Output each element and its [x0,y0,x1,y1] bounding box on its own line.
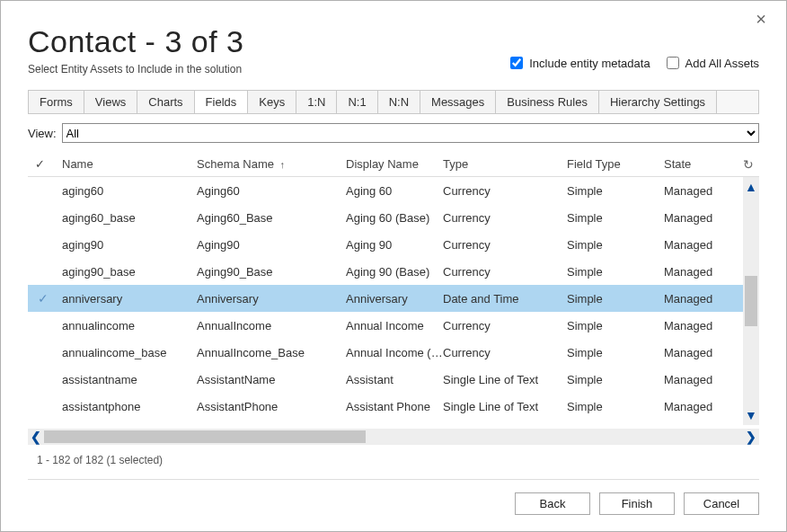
col-header-schema-text: Schema Name [197,157,274,171]
cell-schema: AnnualIncome_Base [197,346,346,359]
tab-business-rules[interactable]: Business Rules [496,91,599,113]
cell-schema: Aging60_Base [197,211,346,225]
cell-state: Managed [664,319,743,332]
page-title: Contact - 3 of 3 [28,24,243,59]
tab-views[interactable]: Views [84,91,137,113]
refresh-icon[interactable]: ↻ [743,157,754,172]
cell-type: Currency [443,319,567,332]
cell-state: Managed [664,265,743,279]
cell-state: Managed [664,373,743,386]
cell-name: aging90 [58,238,197,252]
include-metadata-checkbox[interactable] [510,57,523,69]
cell-type: Single Line of Text [443,373,567,386]
col-header-name[interactable]: Name [58,157,197,171]
cell-state: Managed [664,346,743,359]
table-row[interactable]: assistantnameAssistantNameAssistantSingl… [28,366,743,393]
hscroll-track[interactable] [44,430,743,443]
cell-state: Managed [664,238,743,252]
back-button[interactable]: Back [515,492,590,515]
add-all-assets-checkbox[interactable] [667,57,679,69]
table-row[interactable]: annualincome_baseAnnualIncome_BaseAnnual… [28,339,743,366]
scroll-up-icon[interactable]: ▲ [745,181,757,193]
status-text: 1 - 182 of 182 (1 selected) [28,454,759,466]
cell-display: Assistant [346,373,443,386]
cell-type: Single Line of Text [443,400,567,413]
cell-type: Currency [443,238,567,252]
cell-display: Annual Income (… [346,346,443,359]
horizontal-scrollbar[interactable]: ❮ ❯ [28,429,759,445]
table-row[interactable]: annualincomeAnnualIncomeAnnual IncomeCur… [28,312,743,339]
cell-ftype: Simple [567,346,664,359]
cell-ftype: Simple [567,400,664,413]
cell-type: Date and Time [443,292,567,306]
col-header-ftype[interactable]: Field Type [567,157,664,171]
cell-schema: Aging90 [197,238,346,252]
cell-schema: Anniversary [197,292,346,306]
cell-display: Aging 90 (Base) [346,265,443,279]
cell-schema: AssistantPhone [197,400,346,413]
header-left: Contact - 3 of 3 Select Entity Assets to… [28,8,243,75]
scroll-left-icon[interactable]: ❮ [28,430,44,444]
add-all-assets-check[interactable]: Add All Assets [663,54,759,72]
cell-state: Managed [664,211,743,225]
close-icon[interactable]: × [756,10,766,28]
table-row[interactable]: aging90_baseAging90_BaseAging 90 (Base)C… [28,258,743,285]
cell-type: Currency [443,346,567,359]
header-checks: Include entity metadata Add All Assets [507,54,759,75]
table-row[interactable]: aging60_baseAging60_BaseAging 60 (Base)C… [28,204,743,231]
table-row[interactable]: aging60Aging60Aging 60CurrencySimpleMana… [28,177,743,204]
cell-display: Assistant Phone [346,400,443,413]
hscroll-thumb[interactable] [44,430,366,443]
tab-fields[interactable]: Fields [195,91,249,113]
cell-ftype: Simple [567,184,664,198]
select-all-check[interactable]: ✓ [28,157,58,171]
footer-buttons: Back Finish Cancel [28,492,759,515]
cell-name: aging60 [58,184,197,198]
tab-n-n[interactable]: N:N [378,91,420,113]
cell-ftype: Simple [567,238,664,252]
cell-type: Currency [443,265,567,279]
include-metadata-check[interactable]: Include entity metadata [507,54,650,72]
table-row[interactable]: aging90Aging90Aging 90CurrencySimpleMana… [28,231,743,258]
cell-name: assistantname [58,373,197,386]
scroll-down-icon[interactable]: ▼ [745,409,757,421]
tab-charts[interactable]: Charts [137,91,194,113]
row-check-icon[interactable]: ✓ [28,291,58,306]
tab-messages[interactable]: Messages [420,91,496,113]
cell-name: aging90_base [58,265,197,279]
scroll-right-icon[interactable]: ❯ [743,430,759,444]
include-metadata-label: Include entity metadata [529,57,650,70]
cell-ftype: Simple [567,265,664,279]
cell-schema: AssistantName [197,373,346,386]
view-row: View: All [28,123,759,143]
col-header-display[interactable]: Display Name [346,157,443,171]
cell-name: aging60_base [58,211,197,225]
cell-ftype: Simple [567,319,664,332]
cell-display: Anniversary [346,292,443,306]
tab-forms[interactable]: Forms [29,91,84,113]
cancel-button[interactable]: Cancel [684,492,759,515]
tab-keys[interactable]: Keys [248,91,296,113]
tab-hierarchy-settings[interactable]: Hierarchy Settings [599,91,717,113]
finish-button[interactable]: Finish [599,492,675,515]
cell-state: Managed [664,184,743,198]
col-header-schema[interactable]: Schema Name ↑ [197,157,346,171]
table-row[interactable]: assistantphoneAssistantPhoneAssistant Ph… [28,393,743,420]
add-all-assets-label: Add All Assets [685,57,759,70]
view-select[interactable]: All [62,123,759,143]
cell-state: Managed [664,292,743,306]
grid-header: ✓ Name Schema Name ↑ Display Name Type F… [28,154,759,177]
cell-ftype: Simple [567,373,664,386]
sort-asc-icon: ↑ [280,159,286,170]
header-row: Contact - 3 of 3 Select Entity Assets to… [28,8,759,75]
cell-type: Currency [443,211,567,225]
vscroll-thumb[interactable] [745,276,757,326]
tab-n-1[interactable]: N:1 [337,91,377,113]
grid-body: aging60Aging60Aging 60CurrencySimpleMana… [28,177,743,425]
tab-1-n[interactable]: 1:N [296,91,337,113]
table-row[interactable]: ✓anniversaryAnniversaryAnniversaryDate a… [28,285,743,312]
cell-display: Aging 60 [346,184,443,198]
col-header-type[interactable]: Type [443,157,567,171]
cell-schema: AnnualIncome [197,319,346,332]
vertical-scrollbar[interactable]: ▲ ▼ [743,177,759,425]
